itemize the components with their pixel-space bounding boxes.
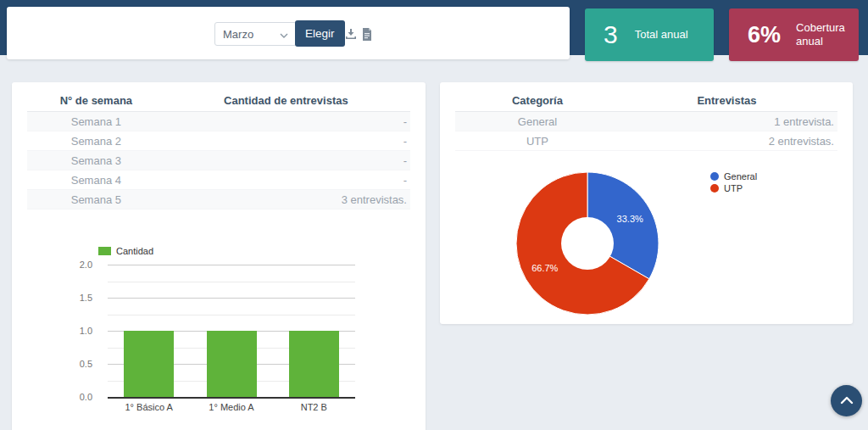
- cobertura-anual-value: 6%: [748, 22, 781, 48]
- weeks-table-header: N° de semana Cantidad de entrevistas: [27, 90, 410, 112]
- bar: [124, 331, 174, 397]
- week-value: 3 entrevistas.: [165, 193, 410, 206]
- legend-label: Cantidad: [116, 246, 153, 256]
- table-row: Semana 5 3 entrevistas.: [27, 190, 410, 209]
- legend-label: General: [724, 171, 757, 181]
- table-row: Semana 2 -: [27, 131, 410, 151]
- slice-percent-label: 66.7%: [531, 263, 558, 273]
- legend-dot: [710, 172, 719, 181]
- x-axis-tick-label: NT2 B: [271, 402, 356, 412]
- download-icon[interactable]: [345, 28, 357, 43]
- total-anual-card: 3 Total anual: [585, 8, 714, 61]
- col-header-interviews: Entrevistas: [620, 94, 837, 107]
- cobertura-anual-label: Cobertura anual: [796, 21, 852, 47]
- y-axis-tick-label: 1.0: [12, 326, 92, 336]
- legend-label: UTP: [724, 183, 743, 193]
- bar-chart: Cantidad 0.00.51.01.52.01° Básico A1° Me…: [12, 240, 426, 422]
- category-label: UTP: [455, 135, 620, 148]
- table-row: Semana 3 -: [27, 151, 410, 170]
- week-label: Semana 4: [27, 174, 165, 187]
- week-value: -: [165, 154, 410, 167]
- donut-chart-legend: GeneralUTP: [710, 170, 757, 194]
- category-value: 1 entrevista.: [620, 115, 837, 128]
- donut-chart: 33.3%66.7%: [513, 169, 662, 318]
- x-axis-tick-label: 1° Básico A: [107, 402, 192, 412]
- week-value: -: [165, 135, 410, 148]
- week-label: Semana 2: [27, 135, 165, 148]
- donut-hole: [561, 217, 614, 270]
- week-value: -: [165, 115, 410, 128]
- week-label: Semana 1: [27, 115, 165, 128]
- bar: [207, 331, 257, 397]
- table-row: UTP 2 entrevistas.: [455, 131, 837, 151]
- weekly-interviews-panel: N° de semana Cantidad de entrevistas Sem…: [12, 82, 426, 430]
- file-export-icon[interactable]: [362, 28, 372, 44]
- week-value: -: [165, 174, 410, 187]
- month-select[interactable]: Marzo: [214, 22, 297, 46]
- legend-item: General: [710, 170, 757, 181]
- grid-line: [108, 282, 355, 282]
- total-anual-label: Total anual: [635, 28, 688, 42]
- bar-chart-legend: Cantidad: [98, 246, 153, 256]
- y-axis-tick-label: 0.5: [12, 359, 92, 369]
- col-header-count: Cantidad de entrevistas: [165, 94, 410, 107]
- x-axis-tick-label: 1° Medio A: [189, 402, 274, 412]
- category-value: 2 entrevistas.: [620, 135, 837, 148]
- categories-table: Categoría Entrevistas General 1 entrevis…: [455, 90, 837, 151]
- legend-dot: [710, 184, 719, 193]
- grid-line: [108, 315, 355, 316]
- y-axis-tick-label: 0.0: [12, 392, 92, 402]
- col-header-category: Categoría: [455, 94, 620, 107]
- back-to-top-button[interactable]: [831, 385, 862, 416]
- week-label: Semana 3: [27, 154, 165, 167]
- y-axis-tick-label: 1.5: [12, 293, 92, 303]
- category-label: General: [455, 115, 620, 128]
- total-anual-value: 3: [604, 20, 618, 49]
- legend-item: UTP: [710, 182, 757, 193]
- grid-line: [108, 265, 355, 265]
- categories-table-header: Categoría Entrevistas: [455, 90, 837, 112]
- slice-percent-label: 33.3%: [617, 214, 643, 224]
- legend-swatch: [98, 247, 111, 255]
- week-label: Semana 5: [27, 193, 165, 206]
- table-row: General 1 entrevista.: [455, 112, 837, 131]
- weeks-table: N° de semana Cantidad de entrevistas Sem…: [27, 90, 410, 209]
- choose-button[interactable]: Elegir: [295, 20, 345, 47]
- toolbar-card: Marzo Elegir: [7, 7, 570, 59]
- table-row: Semana 4 -: [27, 170, 410, 190]
- table-row: Semana 1 -: [27, 112, 410, 131]
- col-header-week: N° de semana: [27, 94, 165, 107]
- cobertura-anual-card: 6% Cobertura anual: [729, 8, 859, 61]
- x-axis-line: [108, 397, 355, 399]
- chevron-up-icon: [840, 394, 854, 407]
- bar: [289, 331, 339, 397]
- category-interviews-panel: Categoría Entrevistas General 1 entrevis…: [440, 82, 853, 324]
- grid-line: [108, 298, 355, 299]
- y-axis-tick-label: 2.0: [12, 260, 92, 270]
- chevron-down-icon: [280, 28, 288, 41]
- month-select-value: Marzo: [223, 28, 253, 41]
